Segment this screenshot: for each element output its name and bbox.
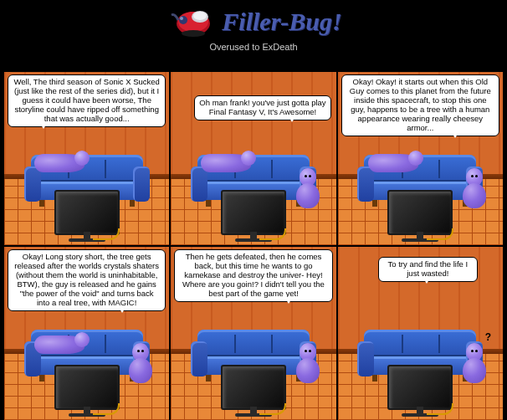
speech-bubble: Then he gets defeated, then he comes bac… [174, 249, 332, 302]
character-frank [368, 154, 418, 172]
comic-panel: To try and find the life I just wasted!? [338, 247, 503, 420]
tv [49, 365, 125, 417]
comic-grid: Well, The third season of Sonic X Sucked… [3, 70, 504, 420]
tv [216, 190, 291, 242]
svg-point-4 [179, 16, 187, 24]
tv [382, 190, 458, 242]
speech-bubble: Oh man frank! you've just gotta play Fin… [194, 95, 330, 120]
title-row: Filler-Bug! [165, 3, 341, 40]
comic-panel: Oh man frank! you've just gotta play Fin… [171, 72, 335, 245]
tv [216, 365, 291, 417]
comic-title: Filler-Bug! [222, 8, 341, 36]
svg-point-6 [182, 30, 205, 37]
character-friend [463, 168, 486, 208]
speech-bubble: Okay! Okay! it starts out when this Old … [341, 74, 499, 136]
comic-panel: Okay! Okay! it starts out when this Old … [338, 72, 503, 245]
bug-logo-icon [165, 3, 215, 40]
tv [382, 365, 458, 417]
character-friend [296, 168, 320, 208]
speech-bubble: Okay! Long story short, the tree gets re… [8, 249, 166, 311]
speech-bubble: Well, The third season of Sonic X Sucked… [8, 74, 166, 127]
character-frank [34, 154, 84, 172]
svg-point-3 [193, 12, 207, 20]
svg-point-5 [180, 17, 183, 20]
comic-panel: Then he gets defeated, then he comes bac… [171, 247, 335, 420]
character-frank [201, 154, 251, 172]
question-mark: ? [485, 331, 491, 343]
comic-panel: Okay! Long story short, the tree gets re… [4, 247, 169, 420]
character-frank [34, 335, 84, 354]
tv [49, 190, 125, 242]
comic-panel: Well, The third season of Sonic X Sucked… [4, 72, 169, 245]
header: Filler-Bug! Overused to ExDeath [0, 0, 507, 69]
character-friend [129, 343, 152, 383]
character-friend [296, 343, 320, 383]
character-friend [463, 343, 486, 383]
speech-bubble: To try and find the life I just wasted! [378, 257, 478, 282]
comic-subtitle: Overused to ExDeath [209, 42, 297, 52]
